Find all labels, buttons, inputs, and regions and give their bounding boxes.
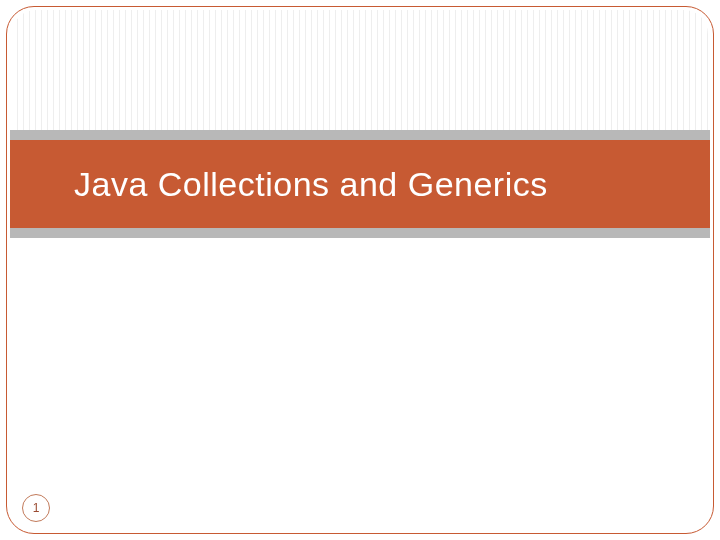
banner-main: Java Collections and Generics [10,140,710,228]
banner-top-stripe [10,130,710,140]
banner-bottom-stripe [10,228,710,238]
title-banner: Java Collections and Generics [10,130,710,238]
decorative-pinstripes [12,10,708,130]
page-number: 1 [33,501,40,515]
slide-title: Java Collections and Generics [74,165,548,204]
page-number-badge: 1 [22,494,50,522]
